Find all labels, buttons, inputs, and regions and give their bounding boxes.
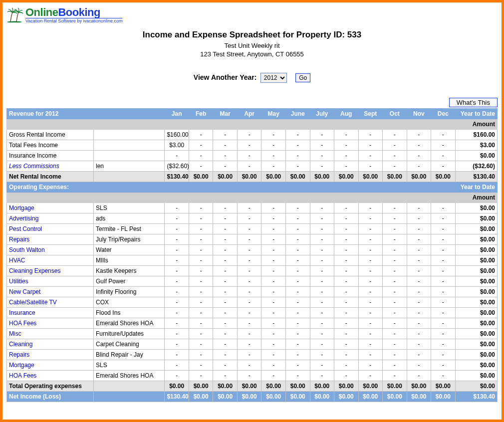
cell: $0.00 [358,381,383,391]
expense-row-label[interactable]: New Carpet [7,286,94,297]
cell: - [165,213,189,223]
cell: $0.00 [407,391,431,402]
cell: $0.00 [189,391,213,402]
cell: - [310,328,334,339]
expense-row-note: Carpet Cleaning [94,339,165,349]
cell: - [334,255,359,265]
month-head: Feb [189,108,213,119]
ytd-cell: $0.00 [455,307,497,318]
expense-row-note: ads [94,213,165,223]
expense-row-label[interactable]: Mortgage [7,360,94,370]
cell: - [358,140,383,150]
cell: - [310,297,334,307]
cell: - [334,265,359,276]
expense-row-label[interactable]: Repairs [7,234,94,244]
cell: - [407,203,431,213]
ytd-label: Year to Date [455,108,497,119]
cell: - [334,370,359,381]
cell: - [165,203,189,213]
cell: - [285,255,310,265]
cell: - [431,150,456,161]
cell: - [165,360,189,370]
cell: - [310,318,334,328]
cell: - [407,360,431,370]
cell: - [310,265,334,276]
cell: - [334,140,359,150]
cell: - [189,161,213,171]
expense-row-label[interactable]: South Walton [7,244,94,255]
cell: - [407,234,431,244]
cell: - [358,265,383,276]
expense-row-label[interactable]: Cleaning [7,339,94,349]
cell: - [165,339,189,349]
cell: - [407,339,431,349]
cell: - [213,265,238,276]
cell: - [285,297,310,307]
expense-row-label[interactable]: Repairs [7,349,94,360]
whats-this-button[interactable]: What's This [449,98,498,107]
cell: - [261,265,286,276]
row-label: Insurance Income [7,150,94,161]
cell: - [431,286,456,297]
cell: - [285,213,310,223]
ytd-cell: $0.00 [455,339,497,349]
expense-row-label[interactable]: HVAC [7,255,94,265]
cell: - [189,223,213,234]
cell: - [165,276,189,286]
cell: - [431,203,456,213]
cell: - [165,307,189,318]
month-head: Mar [213,108,238,119]
expense-row-label[interactable]: Advertising [7,213,94,223]
expense-row-label[interactable]: Utilities [7,276,94,286]
cell: - [165,318,189,328]
cell: - [261,129,286,140]
row-label: Gross Rental Income [7,129,94,140]
cell: $0.00 [237,381,261,391]
cell: - [213,339,238,349]
amount-label: Amount [455,192,497,203]
cell: - [213,140,238,150]
expense-row-label[interactable]: Cable/Satellite TV [7,297,94,307]
expense-row-label[interactable]: HOA Fees [7,370,94,381]
cell: - [407,150,431,161]
cell: - [407,349,431,360]
cell: - [334,223,359,234]
cell: - [358,370,383,381]
cell: - [285,328,310,339]
expense-row-label[interactable]: Misc [7,328,94,339]
expense-row-label[interactable]: Insurance [7,307,94,318]
go-button[interactable]: Go [295,73,310,82]
expense-row-label[interactable]: Mortgage [7,203,94,213]
ytd-cell: $0.00 [455,328,497,339]
expense-row-note: Kastle Keepers [94,265,165,276]
cell: - [237,276,261,286]
row-label: Total Fees Income [7,140,94,150]
cell: - [407,307,431,318]
cell: - [261,203,286,213]
cell: - [261,286,286,297]
row-label[interactable]: Less Commissions [7,161,94,171]
cell: $0.00 [407,381,431,391]
cell: - [358,286,383,297]
cell: - [358,234,383,244]
cell: - [237,223,261,234]
cell: - [189,297,213,307]
expense-row-note: MIlls [94,255,165,265]
expense-row-label[interactable]: Pest Control [7,223,94,234]
expense-row-label[interactable]: Cleaning Expenses [7,265,94,276]
cell: $0.00 [358,171,383,182]
cell: - [165,370,189,381]
ytd-cell: $0.00 [455,255,497,265]
cell: - [310,129,334,140]
cell: - [383,244,407,255]
expense-row-label[interactable]: HOA Fees [7,318,94,328]
ytd-cell: $0.00 [455,297,497,307]
ytd-cell: $0.00 [455,203,497,213]
month-head: Jan [165,108,189,119]
cell: - [431,297,456,307]
cell: - [310,150,334,161]
cell: - [237,234,261,244]
year-select[interactable]: 2012 [260,73,287,83]
cell: - [213,234,238,244]
month-head: Nov [407,108,431,119]
